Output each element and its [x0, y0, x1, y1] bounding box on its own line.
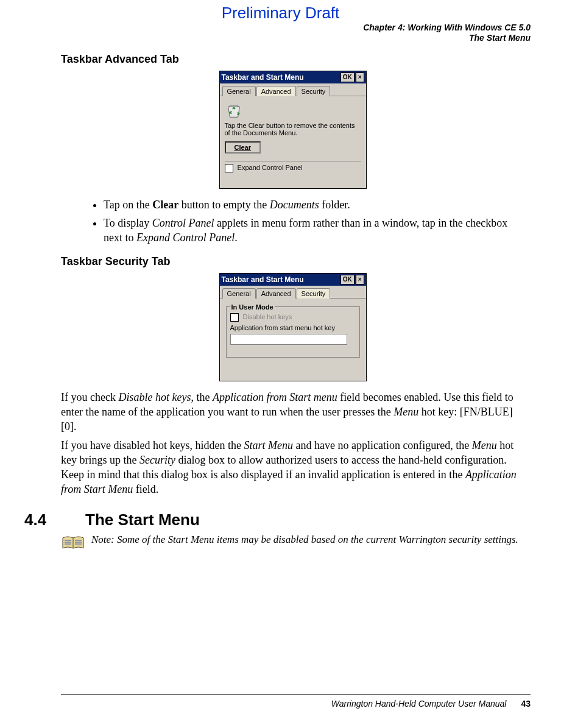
note: Note: Some of the Start Menu items may b… [61, 533, 524, 551]
ok-button-2[interactable]: OK [340, 275, 355, 284]
tab-general[interactable]: General [222, 86, 256, 96]
screenshot-advanced-tab: Taskbar and Start Menu OK × General Adva… [219, 71, 367, 189]
clear-button[interactable]: Clear [225, 141, 261, 154]
bullet-1: Tap on the Clear button to empty the Doc… [104, 197, 524, 212]
tab-advanced[interactable]: Advanced [256, 86, 296, 96]
app-hotkey-input[interactable] [230, 334, 347, 345]
note-label: Note: [91, 534, 117, 545]
paragraph-1: If you check Disable hot keys, the Appli… [61, 390, 524, 434]
expand-label: Expand Control Panel [238, 164, 303, 171]
close-button[interactable]: × [356, 72, 364, 82]
subheading-advanced: Taskbar Advanced Tab [61, 53, 524, 66]
note-body: Some of the Start Menu items may be disa… [117, 534, 518, 545]
header-chapter: Chapter 4: Working With Windows CE 5.0 [0, 23, 531, 33]
disable-hotkeys-checkbox[interactable] [230, 313, 239, 322]
preliminary-draft-label: Preliminary Draft [0, 4, 561, 23]
tab-security[interactable]: Security [297, 86, 331, 96]
paragraph-2: If you have disabled hot keys, hidden th… [61, 438, 524, 497]
user-mode-group: In User Mode Disable hot keys Applicatio… [226, 303, 360, 358]
footer-manual: Warrington Hand-Held Computer User Manua… [331, 699, 507, 709]
disable-hotkeys-label: Disable hot keys [243, 313, 292, 320]
tab-advanced-2[interactable]: Advanced [256, 288, 296, 299]
section-heading: 4.4 The Start Menu [24, 511, 524, 529]
expand-checkbox[interactable] [225, 164, 233, 172]
section-title: The Start Menu [85, 511, 200, 529]
header-section: The Start Menu [0, 33, 531, 43]
book-icon [61, 534, 85, 551]
advanced-description: Tap the Clear button to remove the conte… [225, 122, 361, 136]
section-number: 4.4 [24, 511, 85, 529]
bullet-list: Tap on the Clear button to empty the Doc… [79, 197, 524, 246]
ok-button[interactable]: OK [340, 72, 355, 82]
bullet-2: To display Control Panel applets in menu… [104, 216, 524, 246]
recycle-bin-icon [225, 101, 243, 119]
dialog-title: Taskbar and Start Menu [222, 73, 304, 82]
app-hotkey-label: Application from start menu hot key [230, 324, 356, 331]
footer: Warrington Hand-Held Computer User Manua… [61, 694, 531, 709]
tab-general-2[interactable]: General [222, 288, 256, 299]
subheading-security: Taskbar Security Tab [61, 255, 524, 268]
dialog-title-2: Taskbar and Start Menu [222, 275, 304, 284]
group-legend: In User Mode [230, 303, 275, 311]
close-button-2[interactable]: × [356, 275, 364, 284]
tab-security-2[interactable]: Security [297, 288, 331, 299]
footer-page-number: 43 [521, 699, 531, 709]
screenshot-security-tab: Taskbar and Start Menu OK × General Adva… [219, 273, 367, 381]
